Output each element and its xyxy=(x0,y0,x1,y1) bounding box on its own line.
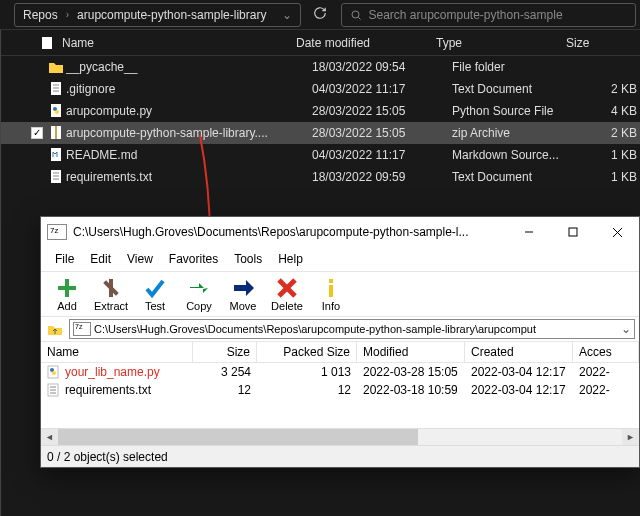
svg-rect-2 xyxy=(42,37,52,49)
refresh-icon[interactable] xyxy=(305,2,335,27)
list-item[interactable]: README.md 04/03/2022 11:17 Markdown Sour… xyxy=(0,144,640,166)
explorer-column-headers: Name Date modified Type Size xyxy=(0,30,640,56)
breadcrumb[interactable]: Repos › arupcompute-python-sample-librar… xyxy=(14,3,301,27)
svg-rect-18 xyxy=(569,228,577,236)
breadcrumb-bar: Repos › arupcompute-python-sample-librar… xyxy=(0,0,640,30)
copy-button[interactable]: Copy xyxy=(177,274,221,314)
col-accessed[interactable]: Acces xyxy=(573,342,639,362)
address-bar: C:\Users\Hugh.Groves\Documents\Repos\aru… xyxy=(41,316,639,341)
toolbar: Add Extract Test Copy Move Delete Info xyxy=(41,271,639,316)
info-button[interactable]: Info xyxy=(309,274,353,314)
file-list: your_lib_name.py 3 254 1 013 2022-03-28 … xyxy=(41,363,639,428)
list-item[interactable]: __pycache__ 18/03/2022 09:54 File folder xyxy=(0,56,640,78)
maximize-button[interactable] xyxy=(551,217,595,247)
list-item[interactable]: requirements.txt 18/03/2022 09:59 Text D… xyxy=(0,166,640,188)
svg-rect-22 xyxy=(58,286,76,290)
test-button[interactable]: Test xyxy=(133,274,177,314)
divider xyxy=(0,30,1,516)
checkbox-checked[interactable]: ✓ xyxy=(28,126,46,140)
menu-favorites[interactable]: Favorites xyxy=(161,249,226,269)
delete-button[interactable]: Delete xyxy=(265,274,309,314)
col-modified[interactable]: Modified xyxy=(357,342,465,362)
svg-point-0 xyxy=(352,11,359,18)
checkbox-placeholder xyxy=(28,60,46,74)
svg-point-31 xyxy=(52,371,56,375)
col-name[interactable]: Name xyxy=(40,36,296,50)
col-date[interactable]: Date modified xyxy=(296,36,436,50)
svg-rect-11 xyxy=(55,126,57,139)
markdown-file-icon xyxy=(46,147,66,163)
menu-view[interactable]: View xyxy=(119,249,161,269)
file-icon xyxy=(40,36,54,50)
list-item[interactable]: arupcompute.py 28/03/2022 15:05 Python S… xyxy=(0,100,640,122)
list-item-selected[interactable]: ✓ arupcompute-python-sample-library.... … xyxy=(0,122,640,144)
col-packed-size[interactable]: Packed Size xyxy=(257,342,357,362)
menu-edit[interactable]: Edit xyxy=(82,249,119,269)
svg-rect-27 xyxy=(329,285,333,297)
menu-file[interactable]: File xyxy=(47,249,82,269)
col-size[interactable]: Size xyxy=(566,36,626,50)
search-icon xyxy=(350,9,362,21)
move-button[interactable]: Move xyxy=(221,274,265,314)
scroll-right-icon[interactable]: ► xyxy=(622,429,639,446)
menu-help[interactable]: Help xyxy=(270,249,311,269)
search-input[interactable]: Search arupcompute-python-sample xyxy=(341,3,636,27)
status-bar: 0 / 2 object(s) selected xyxy=(41,445,639,467)
crumb-folder[interactable]: arupcompute-python-sample-library xyxy=(69,4,274,26)
window-title: C:\Users\Hugh.Groves\Documents\Repos\aru… xyxy=(73,225,507,239)
chevron-down-icon[interactable]: ⌄ xyxy=(274,8,300,22)
scrollbar-horizontal[interactable]: ◄ ► xyxy=(41,428,639,445)
crumb-repos[interactable]: Repos xyxy=(15,4,66,26)
chevron-down-icon[interactable]: ⌄ xyxy=(618,322,634,336)
list-item[interactable]: .gitignore 04/03/2022 11:17 Text Documen… xyxy=(0,78,640,100)
python-file-icon xyxy=(47,365,61,379)
menu-tools[interactable]: Tools xyxy=(226,249,270,269)
col-size[interactable]: Size xyxy=(193,342,257,362)
list-item[interactable]: requirements.txt 12 12 2022-03-18 10:59 … xyxy=(41,381,639,399)
python-file-icon xyxy=(46,103,66,119)
scroll-left-icon[interactable]: ◄ xyxy=(41,429,58,446)
text-file-icon xyxy=(46,81,66,97)
address-input[interactable]: C:\Users\Hugh.Groves\Documents\Repos\aru… xyxy=(69,319,635,339)
svg-line-1 xyxy=(359,17,361,19)
seven-zip-window: C:\Users\Hugh.Groves\Documents\Repos\aru… xyxy=(40,216,640,468)
folder-icon xyxy=(46,60,66,74)
col-name[interactable]: Name xyxy=(41,342,193,362)
text-file-icon xyxy=(46,169,66,185)
titlebar[interactable]: C:\Users\Hugh.Groves\Documents\Repos\aru… xyxy=(41,217,639,247)
archive-icon xyxy=(73,322,91,336)
up-folder-icon[interactable] xyxy=(45,320,65,338)
list-item[interactable]: your_lib_name.py 3 254 1 013 2022-03-28 … xyxy=(41,363,639,381)
minimize-button[interactable] xyxy=(507,217,551,247)
zip-file-icon xyxy=(46,125,66,141)
scroll-thumb[interactable] xyxy=(58,429,418,446)
text-file-icon xyxy=(47,383,61,397)
extract-button[interactable]: Extract xyxy=(89,274,133,314)
menubar: File Edit View Favorites Tools Help xyxy=(41,247,639,271)
col-type[interactable]: Type xyxy=(436,36,566,50)
svg-point-9 xyxy=(55,110,59,114)
list-headers: Name Size Packed Size Modified Created A… xyxy=(41,341,639,363)
svg-rect-28 xyxy=(329,279,333,283)
app-icon xyxy=(47,224,67,240)
col-created[interactable]: Created xyxy=(465,342,573,362)
add-button[interactable]: Add xyxy=(45,274,89,314)
search-placeholder: Search arupcompute-python-sample xyxy=(368,8,562,22)
close-button[interactable] xyxy=(595,217,639,247)
